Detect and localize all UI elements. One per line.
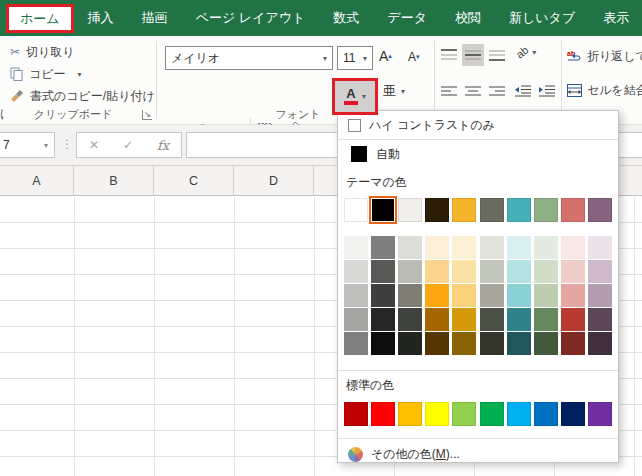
- column-header[interactable]: B: [74, 166, 154, 195]
- color-swatch[interactable]: [534, 260, 558, 283]
- column-header[interactable]: C: [154, 166, 234, 195]
- color-swatch[interactable]: [398, 198, 422, 222]
- color-swatch[interactable]: [534, 236, 558, 259]
- automatic-color-option[interactable]: 自動: [338, 142, 618, 166]
- color-swatch[interactable]: [588, 236, 612, 259]
- color-swatch[interactable]: [371, 260, 395, 283]
- color-swatch[interactable]: [425, 236, 449, 259]
- color-swatch[interactable]: [534, 402, 558, 426]
- ribbon-tab[interactable]: 描画: [128, 0, 182, 36]
- color-swatch[interactable]: [344, 198, 368, 222]
- ribbon-tab[interactable]: 表示: [589, 0, 642, 36]
- color-swatch[interactable]: [507, 198, 531, 222]
- wrap-text-button[interactable]: ab 折り返して: [567, 48, 642, 65]
- color-swatch[interactable]: [534, 308, 558, 331]
- color-swatch[interactable]: [452, 284, 476, 307]
- column-header[interactable]: D: [234, 166, 314, 195]
- color-swatch[interactable]: [371, 402, 395, 426]
- color-swatch[interactable]: [344, 260, 368, 283]
- align-left-button[interactable]: [438, 80, 460, 102]
- color-swatch[interactable]: [561, 402, 585, 426]
- color-swatch[interactable]: [452, 236, 476, 259]
- color-swatch[interactable]: [561, 332, 585, 355]
- color-swatch[interactable]: [425, 198, 449, 222]
- color-swatch[interactable]: [371, 284, 395, 307]
- clipboard-dialog-launcher-icon[interactable]: ↘: [142, 110, 152, 120]
- color-swatch[interactable]: [561, 198, 585, 222]
- color-swatch[interactable]: [588, 198, 612, 222]
- chevron-down-icon[interactable]: ▾: [401, 87, 405, 96]
- chevron-down-icon[interactable]: ▾: [44, 141, 48, 150]
- color-swatch[interactable]: [452, 198, 476, 222]
- color-swatch[interactable]: [398, 402, 422, 426]
- color-swatch[interactable]: [507, 402, 531, 426]
- color-swatch[interactable]: [480, 236, 504, 259]
- ribbon-tab[interactable]: データ: [373, 0, 441, 36]
- more-colors-option[interactable]: その他の色(M)...: [338, 444, 618, 464]
- color-swatch[interactable]: [452, 332, 476, 355]
- format-painter-button[interactable]: 書式のコピー/貼り付け: [10, 86, 155, 106]
- color-swatch[interactable]: [344, 236, 368, 259]
- orientation-button[interactable]: ab ▾: [516, 46, 536, 58]
- color-swatch[interactable]: [480, 402, 504, 426]
- name-box[interactable]: 7 ▾: [0, 132, 55, 158]
- ribbon-tab[interactable]: ホーム: [6, 4, 74, 33]
- color-swatch[interactable]: [588, 260, 612, 283]
- cut-button[interactable]: ✂ 切り取り: [10, 42, 75, 62]
- merge-cells-button[interactable]: セルを結合: [567, 82, 642, 99]
- align-center-button[interactable]: [462, 80, 484, 102]
- color-swatch[interactable]: [561, 236, 585, 259]
- color-swatch[interactable]: [507, 260, 531, 283]
- copy-button[interactable]: コピー ▾: [10, 64, 82, 84]
- color-swatch[interactable]: [561, 308, 585, 331]
- font-name-combo[interactable]: メイリオ ▾: [165, 46, 333, 70]
- color-swatch[interactable]: [507, 236, 531, 259]
- color-swatch[interactable]: [452, 308, 476, 331]
- increase-font-size-button[interactable]: A▴: [379, 48, 392, 64]
- chevron-down-icon[interactable]: ▾: [362, 92, 366, 101]
- cancel-icon[interactable]: ✕: [89, 138, 99, 152]
- color-swatch[interactable]: [534, 284, 558, 307]
- checkbox-icon[interactable]: [348, 119, 361, 132]
- color-swatch[interactable]: [561, 284, 585, 307]
- color-swatch[interactable]: [480, 308, 504, 331]
- chevron-down-icon[interactable]: ▾: [78, 70, 82, 79]
- color-swatch[interactable]: [507, 284, 531, 307]
- chevron-down-icon[interactable]: ▾: [532, 48, 536, 57]
- phonetic-guide-button[interactable]: 亜 ▾: [383, 82, 405, 100]
- color-swatch[interactable]: [588, 332, 612, 355]
- chevron-down-icon[interactable]: ▾: [323, 54, 327, 63]
- color-swatch[interactable]: [344, 402, 368, 426]
- font-color-button[interactable]: A: [344, 88, 358, 105]
- chevron-down-icon[interactable]: ▾: [363, 54, 367, 63]
- color-swatch[interactable]: [371, 332, 395, 355]
- color-swatch[interactable]: [507, 332, 531, 355]
- color-swatch[interactable]: [425, 402, 449, 426]
- insert-function-icon[interactable]: fx: [157, 138, 169, 153]
- ribbon-tab[interactable]: 挿入: [74, 0, 128, 36]
- color-swatch[interactable]: [425, 308, 449, 331]
- color-swatch[interactable]: [425, 332, 449, 355]
- color-swatch[interactable]: [452, 260, 476, 283]
- color-swatch[interactable]: [534, 198, 558, 222]
- color-swatch[interactable]: [398, 260, 422, 283]
- color-swatch[interactable]: [398, 332, 422, 355]
- color-swatch[interactable]: [398, 284, 422, 307]
- color-swatch[interactable]: [344, 308, 368, 331]
- color-swatch[interactable]: [371, 308, 395, 331]
- align-bottom-button[interactable]: [486, 44, 508, 66]
- color-swatch[interactable]: [344, 284, 368, 307]
- ribbon-tab[interactable]: 数式: [319, 0, 373, 36]
- color-swatch[interactable]: [398, 236, 422, 259]
- decrease-indent-button[interactable]: [514, 80, 532, 102]
- ribbon-tab[interactable]: 校閲: [441, 0, 495, 36]
- color-swatch[interactable]: [480, 260, 504, 283]
- align-middle-button[interactable]: [462, 44, 484, 66]
- increase-indent-button[interactable]: [538, 80, 556, 102]
- color-swatch[interactable]: [425, 260, 449, 283]
- align-right-button[interactable]: [486, 80, 508, 102]
- color-swatch[interactable]: [588, 402, 612, 426]
- color-swatch[interactable]: [480, 284, 504, 307]
- column-header[interactable]: A: [0, 166, 74, 195]
- color-swatch[interactable]: [480, 332, 504, 355]
